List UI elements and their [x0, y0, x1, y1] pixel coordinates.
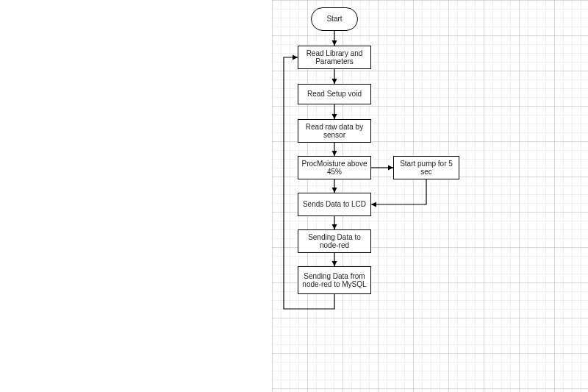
node-label: Start pump for 5 sec	[397, 160, 456, 177]
node-label: Start	[326, 15, 342, 24]
node-proc-moisture: ProcMoisture above 45%	[298, 156, 371, 179]
node-send-mysql: Sending Data from node-red to MySQL	[298, 266, 371, 294]
edges	[0, 0, 588, 392]
node-label: Sending Data from node-red to MySQL	[301, 272, 368, 289]
node-label: Sending Data to node-red	[301, 233, 368, 250]
node-send-nodered: Sending Data to node-red	[298, 229, 371, 253]
flowchart-canvas: Start Read Library and Parameters Read S…	[0, 0, 588, 392]
node-start-pump: Start pump for 5 sec	[393, 156, 459, 179]
node-label: ProcMoisture above 45%	[301, 160, 368, 177]
node-label: Sends Data to LCD	[303, 200, 366, 209]
node-read-setup: Read Setup void	[298, 84, 371, 104]
node-read-library: Read Library and Parameters	[298, 46, 371, 69]
node-read-raw: Read raw data by sensor	[298, 119, 371, 143]
node-label: Read raw data by sensor	[301, 123, 368, 140]
node-sends-lcd: Sends Data to LCD	[298, 193, 371, 216]
node-start: Start	[311, 7, 358, 31]
node-label: Read Setup void	[307, 90, 362, 99]
node-label: Read Library and Parameters	[301, 49, 368, 66]
